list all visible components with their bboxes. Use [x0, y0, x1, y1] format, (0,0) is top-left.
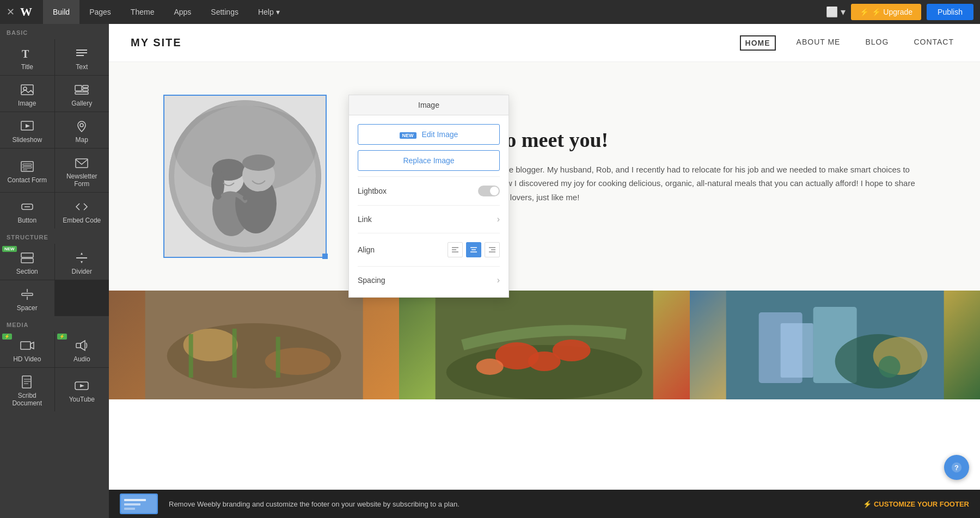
footer-banner: Remove Weebly branding and customize the… [109, 490, 980, 518]
help-fab[interactable]: ? [944, 455, 969, 480]
sidebar-item-embed-code[interactable]: Embed Code [55, 193, 109, 229]
device-toggle[interactable]: ⬜ ▾ [826, 6, 846, 18]
youtube-icon [74, 378, 89, 393]
sidebar: BASIC T Title Text [0, 24, 109, 518]
food-photo-2 [399, 291, 689, 399]
sidebar-item-slideshow[interactable]: Slideshow [0, 112, 54, 148]
svg-rect-20 [21, 253, 33, 257]
sidebar-item-map[interactable]: Map [55, 112, 109, 148]
sidebar-item-audio[interactable]: ⚡ Audio [55, 331, 109, 367]
tab-help[interactable]: Help ▾ [248, 0, 290, 24]
nav-right: ⬜ ▾ ⚡ ⚡ Upgrade Publish [826, 4, 973, 20]
nav-home[interactable]: HOME [740, 35, 776, 51]
resize-handle[interactable] [322, 254, 328, 259]
align-left-button[interactable] [448, 242, 463, 257]
sidebar-item-button[interactable]: Button [0, 193, 54, 229]
basic-section-label: BASIC [0, 24, 109, 39]
tab-pages[interactable]: Pages [79, 0, 121, 24]
svg-rect-80 [124, 508, 135, 510]
website-canvas: MY SITE HOME ABOUT ME BLOG CONTACT [109, 24, 980, 518]
button-label: Button [17, 217, 36, 224]
svg-rect-2 [76, 52, 87, 53]
spacing-label: Spacing [358, 276, 385, 285]
new-badge: NEW [2, 246, 17, 252]
nav-contact[interactable]: CONTACT [909, 35, 958, 51]
link-row[interactable]: Link › [358, 211, 500, 227]
title-label: Title [21, 63, 33, 71]
sidebar-item-image[interactable]: Image [0, 76, 54, 112]
weebly-logo: W [20, 5, 32, 19]
svg-text:?: ? [954, 464, 959, 472]
lightbox-label: Lightbox [358, 187, 387, 195]
button-icon [20, 199, 35, 214]
hd-video-new-badge: ⚡ [2, 334, 12, 340]
sidebar-item-gallery[interactable]: Gallery [55, 76, 109, 112]
sidebar-item-hd-video[interactable]: ⚡ HD Video [0, 331, 54, 367]
lightbox-toggle[interactable] [478, 186, 500, 196]
layout: BASIC T Title Text [0, 24, 980, 518]
publish-button[interactable]: Publish [927, 4, 973, 20]
media-items-grid: ⚡ HD Video ⚡ Aud [0, 331, 109, 411]
nav-blog[interactable]: BLOG [861, 35, 893, 51]
sidebar-item-title[interactable]: T Title [0, 39, 54, 75]
sidebar-item-contact-form[interactable]: Contact Form [0, 149, 54, 192]
sidebar-item-scribd[interactable]: Scribd Document [0, 368, 54, 411]
structure-section-label: STRUCTURE [0, 229, 109, 244]
site-header: MY SITE HOME ABOUT ME BLOG CONTACT [109, 24, 980, 62]
contact-form-icon [20, 159, 35, 174]
footer-banner-icon [120, 494, 158, 514]
edit-image-button[interactable]: NEW Edit Image [358, 124, 500, 145]
food-photo-1 [109, 291, 399, 399]
svg-rect-78 [124, 499, 146, 501]
svg-point-12 [80, 124, 83, 127]
svg-marker-29 [30, 342, 34, 349]
structure-items-grid: NEW Section Divider [0, 244, 109, 316]
text-icon [74, 46, 89, 61]
slideshow-icon [20, 119, 35, 134]
tab-settings[interactable]: Settings [201, 0, 248, 24]
sidebar-item-text[interactable]: Text [55, 39, 109, 75]
close-button[interactable]: ✕ [7, 6, 15, 18]
sidebar-item-spacer[interactable]: Spacer [0, 280, 54, 316]
align-right-button[interactable] [485, 242, 500, 257]
section-icon [20, 250, 35, 266]
sidebar-item-newsletter[interactable]: Newsletter Form [55, 149, 109, 192]
divider-icon [74, 250, 89, 266]
svg-rect-3 [76, 55, 84, 56]
nav-about[interactable]: ABOUT ME [792, 35, 845, 51]
svg-rect-6 [75, 85, 82, 91]
spacing-row[interactable]: Spacing › [358, 272, 500, 288]
sidebar-item-divider[interactable]: Divider [55, 244, 109, 280]
replace-image-button[interactable]: Replace Image [358, 150, 500, 171]
svg-rect-7 [83, 85, 88, 88]
popup-divider-2 [358, 205, 500, 206]
svg-rect-53 [232, 329, 237, 378]
tab-apps[interactable]: Apps [164, 0, 201, 24]
svg-rect-4 [21, 85, 33, 95]
sidebar-item-youtube[interactable]: YouTube [55, 368, 109, 411]
edit-new-badge: NEW [400, 132, 416, 139]
tab-build[interactable]: Build [43, 0, 79, 24]
spacer-icon [20, 287, 35, 302]
sidebar-item-section[interactable]: NEW Section [0, 244, 54, 280]
upgrade-button[interactable]: ⚡ ⚡ Upgrade [851, 4, 921, 20]
youtube-label: YouTube [69, 396, 95, 403]
footer-banner-text: Remove Weebly branding and customize the… [169, 500, 852, 508]
footer-cta-button[interactable]: ⚡ CUSTOMIZE YOUR FOOTER [863, 500, 969, 508]
image-panel: Image NEW Edit Image Replace Image Light… [348, 95, 509, 298]
slideshow-label: Slideshow [12, 136, 42, 144]
food-photo-3 [690, 291, 980, 399]
align-center-button[interactable] [466, 242, 481, 257]
image-placeholder [169, 100, 321, 252]
section-label: Section [16, 268, 38, 275]
svg-marker-23 [81, 252, 83, 255]
svg-rect-8 [83, 89, 88, 91]
svg-rect-54 [276, 337, 280, 378]
tab-theme[interactable]: Theme [121, 0, 164, 24]
audio-icon [74, 338, 89, 353]
image-label: Image [18, 100, 36, 107]
image-element[interactable] [163, 95, 327, 258]
svg-marker-24 [81, 261, 83, 263]
svg-marker-11 [26, 124, 30, 128]
image-panel-body: NEW Edit Image Replace Image Lightbox Li… [349, 115, 509, 297]
